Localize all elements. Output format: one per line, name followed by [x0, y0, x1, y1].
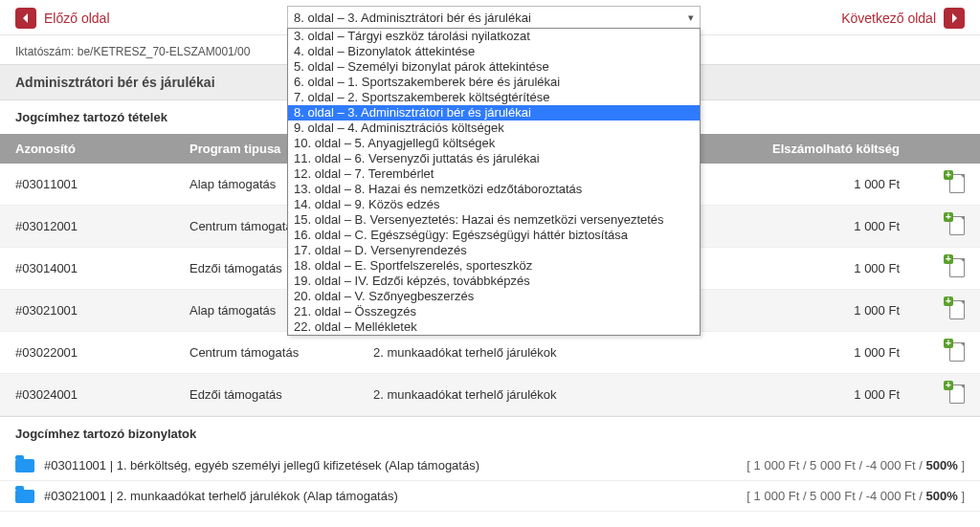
page-select-option[interactable]: 12. oldal – 7. Terembérlet: [288, 166, 700, 182]
page-select-option[interactable]: 13. oldal – 8. Hazai és nemzetközi edzőt…: [288, 182, 700, 197]
cell-id: #03011001: [0, 164, 174, 206]
biz-header: Jogcímhez tartozó bizonylatok: [0, 416, 980, 450]
pager-bar: Előző oldal 8. oldal – 3. Adminisztrátor…: [0, 0, 980, 35]
cell-cost: 1 000 Ft: [712, 206, 915, 248]
iktato-label: Iktatószám:: [15, 45, 74, 58]
page-select-value: 8. oldal – 3. Adminisztrátori bér és jár…: [294, 11, 531, 25]
page-select[interactable]: 8. oldal – 3. Adminisztrátori bér és jár…: [287, 6, 701, 29]
chevron-down-icon: ▾: [688, 11, 694, 24]
page-select-option[interactable]: 21. oldal – Összegzés: [288, 304, 700, 319]
page-select-option[interactable]: 7. oldal – 2. Sportszakemberek költségté…: [288, 90, 700, 105]
cell-program: Edzői támogatás: [174, 374, 358, 416]
cell-cost: 1 000 Ft: [712, 374, 915, 416]
biz-row[interactable]: #03011001 | 1. bérköltség, egyéb személy…: [0, 450, 980, 481]
chevron-right-icon[interactable]: [944, 8, 965, 29]
cell-desc: 2. munkaadókat terhelő járulékok: [358, 332, 712, 374]
table-row: #03022001Centrum támogatás2. munkaadókat…: [0, 332, 980, 374]
cell-id: #03014001: [0, 248, 174, 290]
iktato-value: be/KETRESZ_70-ELSZAM001/00: [78, 45, 251, 58]
page-select-option[interactable]: 11. oldal – 6. Versenyzői juttatás és já…: [288, 151, 700, 166]
page-select-option[interactable]: 4. oldal – Bizonylatok áttekintése: [288, 44, 700, 59]
cell-cost: 1 000 Ft: [712, 164, 915, 206]
page-select-option[interactable]: 9. oldal – 4. Adminisztrációs költségek: [288, 121, 700, 136]
add-document-icon[interactable]: +: [947, 384, 965, 403]
next-page[interactable]: Következő oldal: [841, 8, 965, 29]
cell-program: Centrum támogatás: [174, 332, 358, 374]
cell-desc: 2. munkaadókat terhelő járulékok: [358, 374, 712, 416]
cell-id: #03012001: [0, 206, 174, 248]
next-page-label[interactable]: Következő oldal: [841, 11, 936, 26]
table-row: #03024001Edzői támogatás2. munkaadókat t…: [0, 374, 980, 416]
page-select-option[interactable]: 15. oldal – B. Versenyeztetés: Hazai és …: [288, 212, 700, 228]
page-select-option[interactable]: 8. oldal – 3. Adminisztrátori bér és jár…: [288, 105, 700, 121]
add-document-icon[interactable]: +: [947, 257, 965, 276]
folder-icon: [15, 459, 34, 472]
page-select-option[interactable]: 14. oldal – 9. Közös edzés: [288, 197, 700, 212]
biz-label: #03021001 | 2. munkaadókat terhelő járul…: [44, 489, 398, 503]
page-select-input[interactable]: 8. oldal – 3. Adminisztrátori bér és jár…: [287, 6, 701, 29]
biz-summary: [ 1 000 Ft / 5 000 Ft / -4 000 Ft / 500%…: [746, 458, 965, 472]
cell-id: #03021001: [0, 290, 174, 332]
page-select-option[interactable]: 6. oldal – 1. Sportszakemberek bére és j…: [288, 75, 700, 90]
col-id: Azonosító: [0, 134, 174, 164]
biz-label: #03011001 | 1. bérköltség, egyéb személy…: [44, 458, 479, 472]
add-document-icon[interactable]: +: [947, 215, 965, 234]
folder-icon: [15, 490, 34, 503]
cell-cost: 1 000 Ft: [712, 290, 915, 332]
prev-page[interactable]: Előző oldal: [15, 8, 110, 29]
add-document-icon[interactable]: +: [947, 341, 965, 361]
cell-id: #03024001: [0, 374, 174, 416]
page-select-option[interactable]: 10. oldal – 5. Anyagjellegű költségek: [288, 136, 700, 151]
page-select-option[interactable]: 5. oldal – Személyi bizonylat párok átte…: [288, 59, 700, 75]
add-document-icon[interactable]: +: [947, 173, 965, 192]
col-action: [915, 134, 980, 164]
col-cost: Elszámolható költség: [712, 134, 915, 164]
page-select-option[interactable]: 19. oldal – IV. Edzői képzés, továbbképz…: [288, 274, 700, 289]
cell-cost: 1 000 Ft: [712, 332, 915, 374]
page-select-option[interactable]: 22. oldal – Mellékletek: [288, 319, 700, 335]
chevron-left-icon[interactable]: [15, 8, 36, 29]
cell-id: #03022001: [0, 332, 174, 374]
page-select-option[interactable]: 18. oldal – E. Sportfelszerelés, sportes…: [288, 258, 700, 274]
biz-row[interactable]: #03021001 | 2. munkaadókat terhelő járul…: [0, 481, 980, 512]
page-select-option[interactable]: 17. oldal – D. Versenyrendezés: [288, 243, 700, 258]
page-select-dropdown[interactable]: 3. oldal – Tárgyi eszköz tárolási nyilat…: [287, 28, 701, 336]
page-select-option[interactable]: 3. oldal – Tárgyi eszköz tárolási nyilat…: [288, 29, 700, 44]
add-document-icon[interactable]: +: [947, 299, 965, 318]
cell-cost: 1 000 Ft: [712, 248, 915, 290]
page-select-option[interactable]: 16. oldal – C. Egészségügy: Egészségügyi…: [288, 228, 700, 243]
biz-summary: [ 1 000 Ft / 5 000 Ft / -4 000 Ft / 500%…: [746, 489, 965, 503]
page-select-option[interactable]: 20. oldal – V. Szőnyegbeszerzés: [288, 289, 700, 304]
prev-page-label[interactable]: Előző oldal: [44, 11, 110, 26]
